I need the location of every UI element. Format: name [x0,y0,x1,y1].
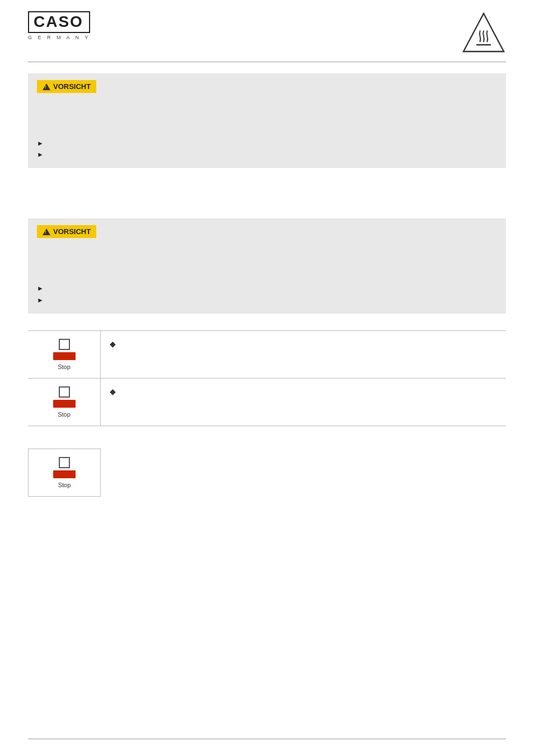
vorsicht-block-1: VORSICHT ► ► [28,73,506,168]
vorsicht-label-2: VORSICHT [53,227,91,236]
instruction-text-cell-1: ◆ [101,331,506,356]
vorsicht-bullet-2-2: ► [37,295,497,306]
vorsicht-label-1: VORSICHT [53,82,91,91]
arrow-icon-2-1: ► [37,283,44,294]
page-wrapper: CASO G E R M A N Y VORSICHT [0,0,534,756]
heat-warning-icon [461,11,506,56]
vorsicht-bullets-1: ► ► [37,138,497,160]
instruction-section: Stop ◆ Stop ◆ [28,330,506,426]
stop-checkbox-2[interactable] [59,386,70,398]
section-gap-1 [28,185,506,202]
stop-red-bar-1[interactable] [53,352,76,360]
vorsicht-body-1 [37,99,497,132]
single-stop-checkbox[interactable] [59,457,70,468]
vorsicht-body-2 [37,244,497,277]
single-stop-section: Stop [28,449,506,497]
logo-text: CASO [28,11,90,33]
stop-checkbox-1[interactable] [59,339,70,350]
warning-triangle-icon-2 [43,228,50,235]
arrow-icon-1-2: ► [37,150,44,160]
vorsicht-bullet-1-1: ► [37,138,497,149]
stop-button-cell-2: Stop [28,379,101,426]
diamond-icon-2: ◆ [110,387,116,396]
stop-button-widget-2: Stop [53,386,76,418]
vorsicht-bullet-2-1: ► [37,283,497,294]
arrow-icon-2-2: ► [37,295,44,306]
stop-label-1: Stop [58,363,71,370]
instruction-text-cell-2: ◆ [101,379,506,404]
vorsicht-bullet-1-2: ► [37,149,497,160]
diamond-icon-1: ◆ [110,339,116,348]
vorsicht-block-2: VORSICHT ► ► [28,218,506,313]
instruction-row-2: Stop ◆ [28,379,506,426]
stop-red-bar-2[interactable] [53,400,76,408]
single-stop-red-bar[interactable] [53,470,76,478]
section-gap-2 [28,202,506,218]
single-stop-widget: Stop [53,457,76,488]
header: CASO G E R M A N Y [28,11,506,62]
logo-subtext: G E R M A N Y [28,35,90,40]
arrow-icon-1-1: ► [37,138,44,149]
vorsicht-bullets-2: ► ► [37,283,497,305]
vorsicht-header-2: VORSICHT [37,225,96,238]
vorsicht-header-1: VORSICHT [37,80,96,93]
single-stop-label: Stop [58,482,71,488]
stop-button-cell-1: Stop [28,331,101,378]
single-stop-block: Stop [28,449,101,497]
logo-area: CASO G E R M A N Y [28,11,90,40]
stop-label-2: Stop [58,411,71,418]
warning-triangle-icon-1 [43,83,50,90]
instruction-row-1: Stop ◆ [28,330,506,379]
footer-line [28,739,506,739]
stop-button-widget-1: Stop [53,339,76,370]
